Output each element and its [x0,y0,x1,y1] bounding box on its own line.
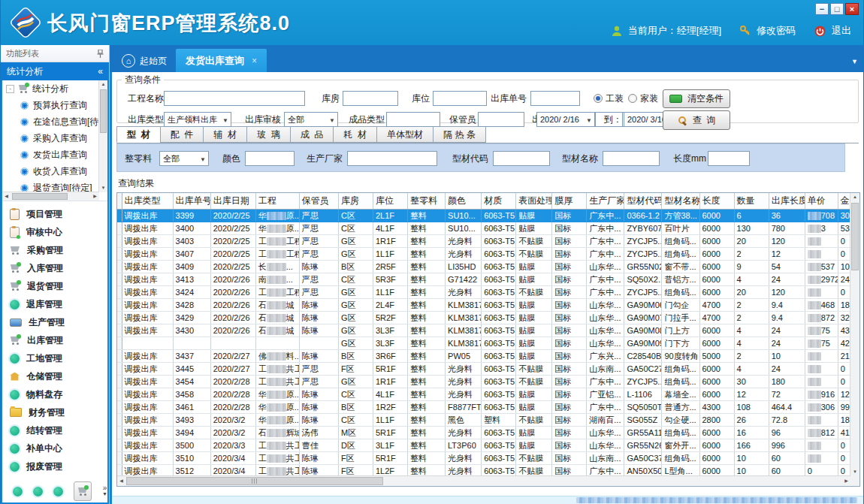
tree-vscroll-thumb[interactable] [100,89,107,133]
scroll-down-icon[interactable]: ▼ [99,184,107,192]
module-item[interactable]: 报废管理 [2,457,107,475]
module-item[interactable]: 退库管理 [2,295,107,313]
table-row[interactable]: 调拨出库34372020/2/27佛料...陈琳B区3R6F整料PW056063… [117,350,850,363]
stats-section-header[interactable]: 统计分析 « [1,62,109,80]
order-no-input[interactable] [530,91,580,106]
module-item[interactable]: 补单中心 [2,439,107,457]
module-item[interactable]: 项目管理 [2,205,107,223]
length-input[interactable] [708,151,750,166]
module-item[interactable]: 采购管理 [2,241,107,259]
tree-item[interactable]: 收货入库查询 [2,163,107,180]
tree-vscrollbar[interactable]: ▲ ▼ [98,80,107,192]
tree-hscroll-thumb[interactable] [12,193,68,200]
table-row[interactable]: G区3L3F整料KLM38176063-T5贴膜国标山东华...GA90M09.… [117,337,850,350]
table-row[interactable]: 调拨出库34072020/2/25工工程严思G区1L1F整料光身料6063-T5… [117,248,850,261]
material-tab[interactable]: 耗 材 [333,126,377,143]
scroll-left-icon[interactable]: ◀ [117,476,125,486]
close-button[interactable]: × [845,3,859,15]
grid-header-cell[interactable]: 整零料 [408,193,446,210]
grid-header-cell[interactable]: 单价 [805,193,838,210]
tree-root[interactable]: 统计分析 [2,80,107,97]
circle-icon[interactable] [53,487,63,496]
table-row[interactable]: 调拨出库34302020/2/26石城陈琳G区3L3F整料KLM38176063… [117,324,850,337]
module-item[interactable]: 仓储管理 [2,367,107,385]
table-row[interactable]: 调拨出库34612020/2/28华原...陈琳B区1R2F整料F8877FT6… [117,401,850,414]
material-tab[interactable]: 隔 热 条 [433,126,486,143]
cart-button[interactable] [74,481,92,501]
material-tab[interactable]: 玻 璃 [246,126,291,143]
radio-jiazhuang[interactable]: 家装 [628,91,658,106]
minimize-button[interactable]: − [815,3,829,15]
tree-hscrollbar[interactable]: ◀ ▶ [2,192,99,201]
module-item[interactable]: 生产管理 [2,313,107,331]
scroll-right-icon[interactable]: ▶ [91,192,99,201]
table-row[interactable]: 调拨出库34032020/2/25工工程严思G区1R1F整料光身料6063-T5… [117,235,850,248]
tree-expander-icon[interactable] [6,85,14,93]
material-tab[interactable]: 成 品 [290,126,334,143]
grid-header-cell[interactable]: 长度 [699,193,734,210]
table-row[interactable]: 调拨出库34002020/2/25华原...严思C区4L1F整料SU10...6… [117,222,850,235]
whole-part-select[interactable]: 全部 ▼ [159,151,209,166]
tree-item[interactable]: 预算执行查询 [2,97,107,113]
grid-header-cell[interactable]: 库位 [373,193,407,210]
manufacturer-input[interactable] [347,151,437,166]
material-tab[interactable]: 单体型材 [376,126,434,143]
table-row[interactable]: 调拨出库34582020/2/28华原...陈琳C区4L1F整料光身料6063-… [117,388,850,401]
module-item[interactable]: 入库管理 [2,259,107,277]
grid-header-cell[interactable]: 保管员 [299,193,338,210]
grid-header-cell[interactable]: 材质 [482,193,516,210]
grid-header-cell[interactable]: 金额 [838,193,850,210]
grid-header-cell[interactable]: 表面处理 [516,193,552,210]
project-name-input[interactable] [164,91,305,106]
table-row[interactable]: 调拨出库34292020/2/26石城陈琳G区5R2F整料KLM38176063… [117,312,850,324]
collapse-icon[interactable]: « [98,66,103,77]
maximize-button[interactable]: □ [830,3,844,15]
change-password-link[interactable]: 修改密码 [757,24,796,38]
tab-overflow-caret-icon[interactable]: ▼ [851,58,858,65]
audit-select[interactable]: 全部 ▼ [284,112,338,127]
module-item[interactable]: 结转管理 [2,421,107,439]
material-tab[interactable]: 型 材 [116,126,161,143]
material-tab[interactable]: 辅 材 [203,126,247,143]
pin-icon[interactable] [97,50,104,58]
module-item[interactable]: 出库管理 [2,331,107,349]
table-row[interactable]: 调拨出库34092020/2/25长...陈琳B区2R5F整料LI35HD606… [117,261,850,273]
grid-hscrollbar[interactable]: ◀ ▶ [117,475,850,486]
more-modules-chevron[interactable]: » ▼ [102,485,107,497]
location-input[interactable] [433,91,487,106]
product-type-input[interactable] [386,112,440,127]
grid-header-cell[interactable]: 生产厂家 [587,193,624,210]
scroll-up-icon[interactable]: ▲ [850,193,859,201]
tree-item[interactable]: 采购入库查询 [2,130,107,146]
scroll-up-icon[interactable]: ▲ [99,80,107,89]
module-item[interactable]: 审核中心 [2,223,107,241]
grid-header-cell[interactable]: 出库类型 [122,193,173,210]
table-row[interactable]: 调拨出库34942020/3/2石辉城汤伟M区5R1F整料光身料6063-T5贴… [117,427,850,439]
table-row[interactable]: 调拨出库35002020/3/3工共工程曹佳D区3L1F整料LT3P606063… [117,439,850,452]
profile-name-input[interactable] [603,151,660,166]
scroll-right-icon[interactable]: ▶ [842,476,850,486]
grid-header-cell[interactable]: 工程 [255,193,299,210]
material-tab[interactable]: 配 件 [160,126,204,143]
module-item[interactable]: 工地管理 [2,349,107,367]
scroll-left-icon[interactable]: ◀ [2,192,11,201]
table-row[interactable]: 调拨出库34452020/2/27工共工程严思F区5R1F整料光身料6063-T… [117,363,850,376]
keeper-input[interactable] [478,112,524,127]
grid-header-cell[interactable]: 数量 [734,193,769,210]
logout-link[interactable]: 退出 [832,24,851,38]
module-item[interactable]: 财务管理 [2,403,107,421]
grid-header-cell[interactable]: 出库单号 [173,193,210,210]
scroll-down-icon[interactable]: ▼ [850,468,859,476]
tree-item[interactable]: 在途信息查询[待定] [2,113,107,130]
table-row[interactable]: 调拨出库33992020/2/25华原...严思C区2L1F整料SU10...6… [117,210,850,222]
color-input[interactable] [245,151,295,166]
grid-hscroll-thumb[interactable] [126,477,383,485]
date-from-select2[interactable]: 2020/ 2/16 ▼ [536,112,595,127]
grid-header-cell[interactable]: 膜厚 [552,193,587,210]
grid-header-cell[interactable]: 出库长度 [769,193,805,210]
tab-close-icon[interactable]: × [252,56,257,66]
table-row[interactable]: 调拨出库34242020/2/26工工程严思G区1L1F整料光身料6063-T5… [117,286,850,299]
clear-conditions-button[interactable]: 清空条件 [663,89,730,108]
grid-header-cell[interactable]: 型材名称 [662,193,699,210]
module-item[interactable]: 退货管理 [2,277,107,295]
